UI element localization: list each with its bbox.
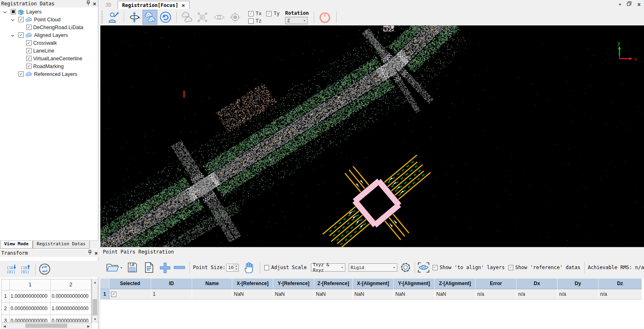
open-file-button[interactable]: ▾ — [105, 260, 122, 275]
remove-point-pair-button[interactable] — [172, 260, 186, 275]
column-header-id[interactable]: ID — [151, 279, 192, 289]
checkbox[interactable]: ✓ — [266, 11, 272, 16]
matrix-cell[interactable]: 1.000000000000 — [51, 303, 91, 315]
table-cell[interactable]: 1 — [151, 289, 192, 299]
column-header-dy[interactable]: Dy — [558, 279, 599, 289]
column-header-z-alignment-[interactable]: Z-[Alignment] — [435, 279, 476, 289]
point-cloud-pair-button[interactable] — [143, 10, 157, 25]
matrix-cell[interactable]: 0.000000000000 — [51, 290, 91, 303]
scroll-right-arrow[interactable]: ▶ — [86, 323, 91, 329]
matrix-vertical-scrollbar[interactable]: ▲ ▼ — [92, 279, 98, 322]
pin-icon[interactable] — [88, 250, 92, 256]
column-header-x-alignment-[interactable]: X-[Alignment] — [353, 279, 394, 289]
checkbox[interactable]: ✓ — [111, 292, 116, 297]
target-button-disabled[interactable] — [228, 10, 243, 25]
column-header-x-reference-[interactable]: X-[Reference] — [232, 279, 273, 289]
matrix-cell[interactable]: 0.000000000000 — [10, 315, 51, 322]
pan-hand-button[interactable] — [242, 260, 256, 275]
spin-down-icon[interactable]: ▼ — [234, 267, 238, 271]
chevron-down-icon[interactable]: ▾ — [619, 2, 621, 7]
show-reference-checkbox[interactable]: ✓ — [508, 265, 513, 270]
matrix-cell[interactable]: 0.000000000000 — [10, 303, 51, 315]
table-cell[interactable]: NaN — [232, 289, 273, 299]
close-icon[interactable]: × — [637, 2, 641, 7]
checkbox[interactable]: ✓ — [248, 11, 254, 16]
table-cell[interactable]: NaN — [314, 289, 353, 299]
tab-registration-focus[interactable]: Registration[Focus] × — [118, 1, 190, 9]
spin-up-icon[interactable]: ▲ — [234, 264, 238, 268]
pin-icon[interactable] — [86, 0, 91, 7]
tree-item-referenced-layers[interactable]: ✓Referenced Layers — [0, 71, 98, 78]
checkbox[interactable]: ✓ — [26, 64, 32, 69]
preview-eye-button-disabled[interactable] — [212, 10, 227, 25]
viewport-canvas[interactable] — [100, 25, 644, 247]
table-cell[interactable]: n/a — [558, 289, 599, 299]
restore-icon[interactable] — [627, 1, 632, 7]
column-header-z-reference-[interactable]: Z-[Reference] — [314, 279, 353, 289]
checkbox[interactable]: ✓ — [26, 25, 32, 30]
scroll-thumb[interactable] — [25, 324, 67, 328]
close-icon[interactable]: × — [93, 1, 96, 7]
method-dropdown[interactable]: Rigid ▾ — [349, 263, 397, 272]
table-cell[interactable]: NaN — [353, 289, 394, 299]
toolbar-drag-handle[interactable] — [102, 11, 104, 23]
tree-item-point-cloud[interactable]: ✓Point Cloud — [0, 16, 98, 24]
tab-view-mode[interactable]: View Mode — [0, 241, 33, 249]
adjust-scale-checkbox[interactable] — [264, 265, 269, 270]
tree-item-dechengroad-lidata[interactable]: ✓DeChengRoad.LiData — [0, 24, 98, 32]
settings-gear-button[interactable] — [399, 260, 413, 275]
3d-viewport[interactable] — [100, 25, 644, 247]
tree-item-aligned-layers[interactable]: ✓Aligned Layers — [0, 32, 98, 39]
table-cell[interactable]: NaN — [435, 289, 476, 299]
table-cell[interactable] — [192, 289, 232, 299]
rotation-axis-dropdown[interactable]: Z ▾ — [285, 17, 308, 24]
table-cell[interactable]: NaN — [394, 289, 435, 299]
scroll-left-arrow[interactable]: ◀ — [2, 323, 7, 329]
column-header-name[interactable]: Name — [192, 279, 232, 289]
column-header-y-alignment-[interactable]: Y-[Alignment] — [394, 279, 435, 289]
tree-item-crosswalk[interactable]: ✓Crosswalk — [0, 39, 98, 47]
expander-icon[interactable] — [11, 33, 15, 39]
table-row[interactable]: 1✓1NaNNaNNaNNaNNaNNaNn/an/an/an/a — [100, 289, 644, 299]
scroll-up-arrow[interactable]: ▲ — [92, 279, 98, 285]
checkbox[interactable]: ✓ — [26, 48, 32, 53]
tab-close-icon[interactable]: × — [181, 2, 185, 8]
align-clouds-button-disabled[interactable] — [179, 10, 194, 25]
save-button[interactable] — [126, 260, 139, 275]
expander-icon[interactable] — [11, 18, 15, 23]
checkbox-tx[interactable]: ✓Tx — [248, 11, 266, 16]
close-icon[interactable]: × — [95, 250, 98, 256]
show-to-align-checkbox[interactable]: ✓ — [433, 265, 438, 270]
rotate-view-button[interactable] — [127, 10, 142, 25]
checkbox-ty[interactable]: ✓Ty — [266, 11, 284, 16]
matrix-cell[interactable]: 0.000000000000 — [51, 315, 91, 322]
column-header-dz[interactable]: Dz — [599, 279, 642, 289]
table-cell[interactable]: n/a — [517, 289, 558, 299]
matrix-cell[interactable]: 1.000000000000 — [10, 290, 51, 303]
add-point-pair-button[interactable] — [159, 260, 172, 275]
selected-cell[interactable]: ✓ — [109, 289, 151, 299]
power-exit-button[interactable] — [317, 10, 332, 25]
pair-graph-button-disabled[interactable]: P — [195, 10, 210, 25]
row-number[interactable]: 1 — [100, 289, 109, 299]
tab-3d[interactable]: 3D — [101, 1, 115, 9]
tree-item-layers[interactable]: Layers — [0, 8, 98, 16]
column-header-selected[interactable]: Selected — [109, 279, 151, 289]
scroll-thumb[interactable] — [93, 299, 97, 315]
focus-eye-button[interactable] — [417, 260, 430, 275]
checkbox[interactable] — [11, 9, 16, 14]
expander-icon[interactable] — [3, 10, 7, 16]
report-button[interactable] — [143, 260, 156, 275]
checkbox[interactable]: ✓ — [18, 17, 24, 22]
matrix-apply-up-button[interactable]: {10}{01} — [18, 262, 33, 276]
tree-item-virtuallanecenterline[interactable]: ✓VirtualLaneCenterline — [0, 55, 98, 63]
checkbox[interactable] — [248, 18, 254, 24]
checkbox[interactable]: ✓ — [18, 71, 24, 77]
column-header-dx[interactable]: Dx — [517, 279, 558, 289]
pick-point-button[interactable] — [106, 10, 121, 25]
transform-mode-dropdown[interactable]: Txyz & Rxyz ▾ — [311, 263, 345, 272]
point-size-stepper[interactable]: 10 ▲▼ — [226, 264, 239, 272]
loop-transform-button[interactable] — [37, 262, 52, 276]
column-header-error[interactable]: Error — [476, 279, 517, 289]
tree-item-laneline[interactable]: ✓LaneLine — [0, 47, 98, 55]
